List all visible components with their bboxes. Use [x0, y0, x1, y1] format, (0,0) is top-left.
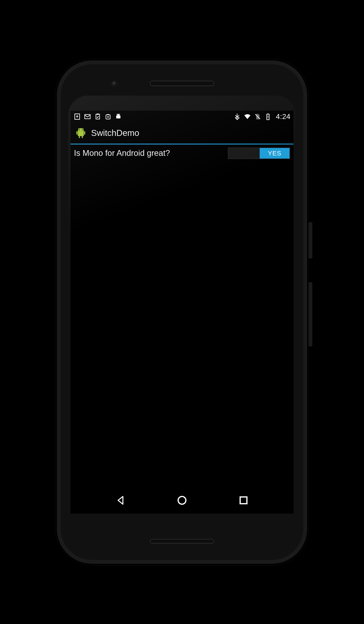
switch-track-off	[228, 148, 260, 159]
no-sim-icon	[254, 113, 261, 120]
svg-rect-12	[79, 136, 80, 138]
svg-point-14	[79, 130, 80, 130]
bluetooth-icon	[234, 113, 241, 120]
svg-rect-17	[240, 497, 247, 504]
action-bar: SwitchDemo	[71, 123, 293, 144]
switch-on-label: YES	[268, 150, 281, 157]
svg-rect-2	[97, 113, 99, 115]
wifi-icon	[244, 113, 251, 120]
svg-point-15	[82, 130, 83, 130]
clipboard-check-icon	[94, 113, 101, 120]
status-bar[interactable]: 4:24	[71, 111, 293, 123]
svg-rect-9	[78, 131, 84, 136]
svg-rect-11	[84, 131, 85, 134]
device-front-camera	[111, 80, 118, 87]
switch-thumb-on: YES	[260, 148, 290, 159]
device-screen: 4:24	[71, 111, 293, 514]
app-title: SwitchDemo	[91, 128, 139, 138]
device-power-button	[309, 222, 312, 259]
svg-rect-8	[267, 113, 269, 114]
svg-point-6	[119, 114, 120, 115]
mono-great-switch[interactable]: YES	[228, 148, 290, 159]
svg-rect-1	[96, 114, 100, 119]
svg-rect-13	[82, 136, 83, 138]
android-robot-icon	[75, 127, 87, 139]
svg-rect-4	[116, 116, 121, 118]
battery-charging-icon	[264, 113, 272, 120]
device-bottom-speaker	[150, 539, 214, 544]
device-frame: 4:24	[55, 59, 309, 565]
switch-row: Is Mono for Android great? YES	[74, 148, 290, 159]
app-content: Is Mono for Android great? YES	[71, 144, 293, 162]
navigation-bar	[71, 488, 293, 514]
svg-point-5	[117, 114, 118, 115]
svg-point-16	[178, 496, 186, 504]
device-volume-button	[309, 282, 312, 346]
nav-home-button[interactable]	[172, 490, 192, 511]
mail-icon	[84, 113, 91, 120]
status-bar-clock: 4:24	[275, 112, 290, 121]
nav-recents-button[interactable]	[234, 490, 254, 511]
svg-rect-10	[76, 131, 78, 134]
device-earpiece	[150, 80, 214, 86]
nav-back-button[interactable]	[110, 490, 130, 511]
download-icon	[74, 113, 81, 120]
play-store-icon	[104, 113, 112, 120]
switch-question-label: Is Mono for Android great?	[74, 149, 170, 158]
android-debug-icon	[115, 113, 122, 120]
